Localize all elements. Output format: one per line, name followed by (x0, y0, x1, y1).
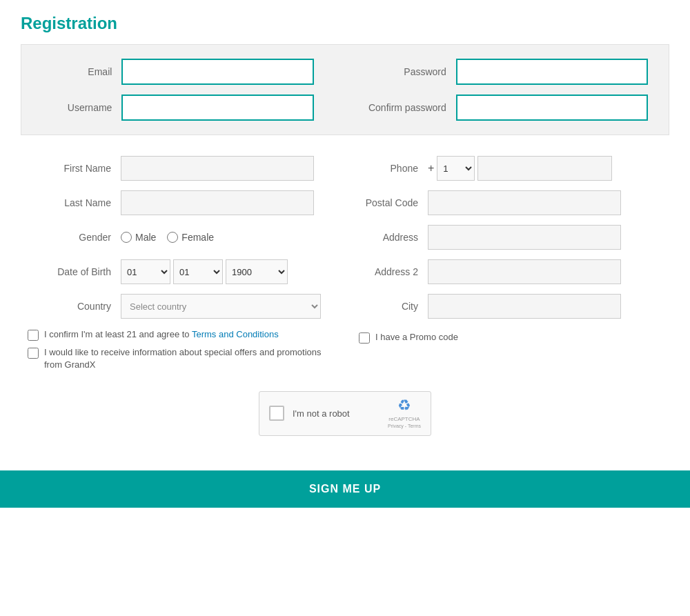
page-title: Registration (21, 14, 669, 33)
postal-code-field[interactable] (428, 190, 621, 215)
postal-code-label: Postal Code (345, 197, 428, 208)
recaptcha-label: I'm not a robot (293, 408, 379, 419)
gender-female-option[interactable]: Female (167, 232, 214, 243)
recaptcha-logo: ♻ reCAPTCHA Privacy - Terms (388, 397, 421, 429)
username-field[interactable] (121, 95, 313, 121)
phone-number-field[interactable] (477, 156, 612, 181)
gender-male-label: Male (135, 232, 156, 243)
terms-checkbox-row: I confirm I'm at least 21 and agree to T… (28, 328, 338, 341)
promo-checkbox[interactable] (359, 332, 370, 344)
offers-checkbox[interactable] (28, 348, 39, 359)
country-city-row: Country Select country United States Uni… (21, 294, 669, 319)
dob-label: Date of Birth (21, 266, 121, 277)
first-name-phone-row: First Name Phone + 1 (21, 156, 669, 181)
phone-label: Phone (345, 163, 428, 174)
recaptcha-checkbox[interactable] (269, 406, 284, 421)
recaptcha-box[interactable]: I'm not a robot ♻ reCAPTCHA Privacy - Te… (259, 391, 431, 436)
password-field[interactable] (456, 59, 648, 85)
city-label: City (345, 301, 428, 312)
phone-plus-sign: + (428, 162, 434, 175)
gender-female-radio[interactable] (167, 232, 178, 243)
promo-label: I have a Promo code (375, 331, 458, 344)
credentials-section: Email Password Username Confirm password (21, 44, 669, 135)
recaptcha-terms: Terms (408, 424, 421, 428)
terms-text: I confirm I'm at least 21 and agree to T… (44, 328, 279, 341)
address-field[interactable] (428, 225, 621, 250)
email-field[interactable] (121, 59, 313, 85)
signup-bar: SIGN ME UP (0, 470, 690, 508)
phone-group: + 1 (428, 156, 612, 181)
dob-day-select[interactable]: 01020304 05060708 09101112 13141516 1718… (121, 259, 170, 284)
country-label: Country (21, 301, 121, 312)
gender-male-radio[interactable] (121, 232, 132, 243)
password-label: Password (353, 66, 456, 77)
last-name-field[interactable] (121, 190, 314, 215)
first-name-label: First Name (21, 163, 121, 174)
right-checkboxes: I have a Promo code (338, 328, 669, 377)
signup-button[interactable]: SIGN ME UP (0, 470, 690, 508)
dob-address2-row: Date of Birth 01020304 05060708 09101112… (21, 259, 669, 284)
recaptcha-brand: reCAPTCHA Privacy - Terms (388, 416, 421, 429)
gender-label: Gender (21, 232, 121, 243)
email-row: Email Password (42, 59, 648, 85)
left-checkboxes: I confirm I'm at least 21 and agree to T… (21, 328, 338, 377)
gender-address-row: Gender Male Female Address (21, 225, 669, 250)
promo-checkbox-row: I have a Promo code (359, 331, 458, 344)
country-select[interactable]: Select country United States United King… (121, 294, 321, 319)
username-label: Username (42, 102, 121, 113)
checkboxes-section: I confirm I'm at least 21 and agree to T… (21, 328, 669, 377)
dob-year-select[interactable]: 1900195019601970 198019902000 (226, 259, 288, 284)
gender-male-option[interactable]: Male (121, 232, 156, 243)
recaptcha-section: I'm not a robot ♻ reCAPTCHA Privacy - Te… (21, 391, 669, 436)
offers-checkbox-row: I would like to receive information abou… (28, 346, 338, 371)
phone-code-select[interactable]: 1 (437, 156, 475, 181)
recaptcha-icon: ♻ (397, 397, 411, 415)
terms-link[interactable]: Terms and Conditions (192, 329, 279, 339)
confirm-password-label: Confirm password (353, 102, 456, 113)
main-form: First Name Phone + 1 Last Name (21, 149, 669, 457)
dob-month-select[interactable]: 01020304 05060708 09101112 (173, 259, 223, 284)
gender-female-label: Female (181, 232, 214, 243)
recaptcha-privacy: Privacy (388, 424, 404, 428)
last-name-postal-row: Last Name Postal Code (21, 190, 669, 215)
first-name-field[interactable] (121, 156, 314, 181)
address-label: Address (345, 232, 428, 243)
city-field[interactable] (428, 294, 621, 319)
username-row: Username Confirm password (42, 95, 648, 121)
confirm-password-field[interactable] (456, 95, 648, 121)
dob-group: 01020304 05060708 09101112 13141516 1718… (121, 259, 288, 284)
address2-label: Address 2 (345, 266, 428, 277)
address2-field[interactable] (428, 259, 621, 284)
gender-radio-group: Male Female (121, 232, 214, 243)
terms-checkbox[interactable] (28, 330, 39, 341)
offers-text: I would like to receive information abou… (44, 346, 338, 371)
email-label: Email (42, 66, 121, 77)
last-name-label: Last Name (21, 197, 121, 208)
